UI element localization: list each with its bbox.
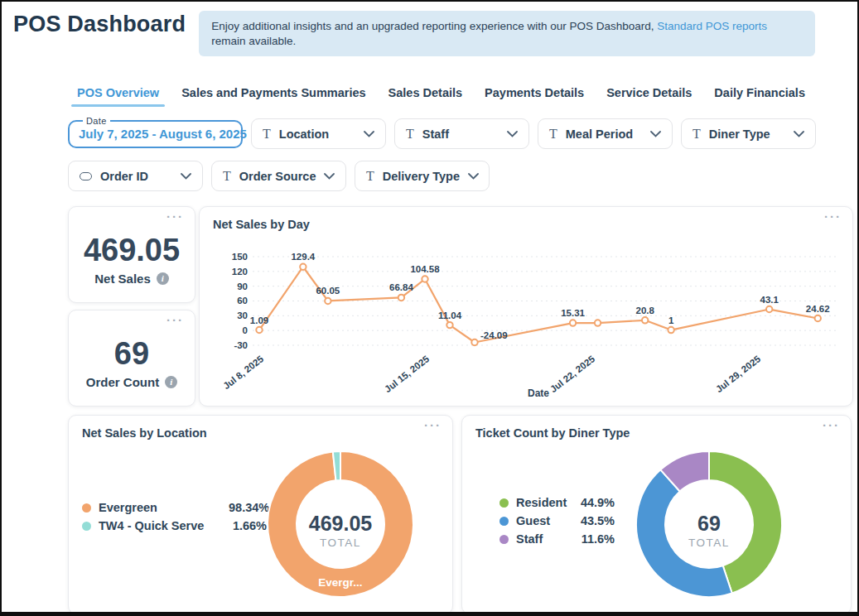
donut-slice-label: Evergr...	[318, 576, 362, 589]
date-filter-label: Date	[83, 116, 110, 126]
donut-total-label: TOTAL	[688, 537, 730, 549]
filter-label: Meal Period	[566, 128, 642, 141]
info-icon[interactable]: i	[157, 272, 169, 285]
svg-text:90: 90	[237, 282, 248, 291]
text-filter-icon: T	[366, 170, 374, 183]
filter-row-2: Order ID T Order Source T Delivery Type	[68, 158, 848, 191]
chevron-down-icon	[364, 131, 374, 137]
net-sales-by-location-card: ··· Net Sales by Location Evergreen 98.3…	[68, 415, 453, 614]
order-count-label: Order Count	[86, 375, 159, 389]
legend-dot	[82, 522, 91, 531]
svg-text:Jul 15, 2025: Jul 15, 2025	[383, 354, 432, 395]
legend-item: Evergreen 98.34%	[82, 501, 269, 514]
tag-icon	[80, 172, 92, 180]
text-filter-icon: T	[263, 128, 271, 141]
meal-period-filter[interactable]: T Meal Period	[538, 118, 673, 149]
bottom-widgets: ··· Net Sales by Location Evergreen 98.3…	[68, 415, 848, 614]
card-menu-button[interactable]: ···	[424, 418, 442, 432]
svg-text:104.58: 104.58	[410, 264, 440, 274]
tab-payments-details[interactable]: Payments Details	[485, 86, 584, 107]
filter-row-1: Date July 7, 2025 - August 6, 2025 T Loc…	[68, 116, 848, 149]
ticket-count-by-diner-type-donut: 69 TOTAL	[626, 445, 792, 603]
pos-dashboard-page: POS Dashboard Enjoy additional insights …	[0, 0, 859, 616]
svg-text:20.8: 20.8	[635, 306, 654, 315]
chart-title: Net Sales by Location	[82, 426, 439, 440]
diner-type-filter[interactable]: T Diner Type	[681, 118, 816, 149]
x-axis-title: Date	[528, 387, 549, 399]
card-menu-button[interactable]: ···	[824, 209, 842, 224]
card-menu-button[interactable]: ···	[823, 418, 840, 432]
svg-text:129.4: 129.4	[291, 252, 315, 262]
svg-text:Jul 22, 2025: Jul 22, 2025	[548, 354, 597, 395]
kpi-column: ··· 469.05 Net Sales i ··· 69 Order Coun…	[68, 206, 195, 407]
chevron-down-icon	[324, 173, 335, 180]
dashboard-content: POS Overview Sales and Payments Summarie…	[68, 86, 848, 614]
location-filter[interactable]: T Location	[251, 118, 386, 149]
tab-sales-details[interactable]: Sales Details	[388, 86, 462, 107]
page-header: POS Dashboard Enjoy additional insights …	[2, 2, 857, 56]
net-sales-label: Net Sales	[94, 272, 151, 286]
legend-label: TW4 - Quick Serve	[99, 519, 221, 532]
chevron-down-icon	[794, 131, 804, 137]
svg-text:60.05: 60.05	[316, 286, 340, 296]
chevron-down-icon	[181, 173, 191, 180]
standard-pos-reports-link[interactable]: Standard POS reports	[657, 20, 767, 32]
svg-text:0: 0	[243, 325, 248, 335]
diner-type-legend: Resident 44.9% Guest 43.5% Staff 11.6%	[499, 496, 615, 546]
svg-text:150: 150	[232, 252, 248, 262]
legend-percent: 43.5%	[577, 514, 615, 527]
order-source-filter[interactable]: T Order Source	[211, 161, 346, 191]
card-menu-button[interactable]: ···	[166, 209, 184, 224]
net-sales-by-location-donut: 469.05 TOTAL Evergr...	[258, 445, 423, 603]
legend-label: Staff	[516, 532, 569, 546]
filter-label: Diner Type	[709, 128, 785, 141]
net-sales-by-day-card: ··· Net Sales by Day 1501209060300-30Jul…	[199, 206, 853, 407]
svg-text:Jul 8, 2025: Jul 8, 2025	[221, 354, 266, 392]
chevron-down-icon	[468, 173, 479, 180]
donut-total-label: TOTAL	[320, 537, 361, 549]
text-filter-icon: T	[223, 170, 231, 183]
legend-label: Evergreen	[99, 501, 221, 514]
card-menu-button[interactable]: ···	[166, 313, 184, 327]
svg-text:11.04: 11.04	[438, 310, 462, 320]
order-id-filter[interactable]: Order ID	[68, 161, 203, 191]
top-widgets: ··· 469.05 Net Sales i ··· 69 Order Coun…	[68, 206, 848, 407]
svg-text:-30: -30	[234, 340, 248, 350]
legend-dot	[499, 535, 509, 544]
staff-filter[interactable]: T Staff	[394, 118, 529, 149]
filter-label: Staff	[422, 128, 499, 141]
svg-text:1: 1	[668, 315, 674, 325]
tab-sales-and-payments-summaries[interactable]: Sales and Payments Summaries	[181, 86, 365, 107]
donut-total-value: 469.05	[309, 512, 373, 535]
legend-label: Guest	[516, 514, 569, 527]
legend-item: Resident 44.9%	[499, 496, 615, 509]
chart-title: Net Sales by Day	[213, 218, 839, 231]
net-sales-kpi-card: ··· 469.05 Net Sales i	[68, 206, 195, 303]
delivery-type-filter[interactable]: T Delivery Type	[355, 161, 490, 191]
page-title: POS Dashboard	[13, 12, 186, 37]
date-range-value: July 7, 2025 - August 6, 2025	[79, 127, 247, 141]
legend-item: TW4 - Quick Serve 1.66%	[82, 519, 269, 532]
chevron-down-icon	[507, 131, 518, 137]
svg-text:30: 30	[237, 310, 248, 320]
legend-percent: 44.9%	[577, 496, 615, 509]
info-icon[interactable]: i	[165, 376, 177, 388]
tab-daily-financials[interactable]: Daily Financials	[714, 86, 805, 107]
tab-service-details[interactable]: Service Details	[606, 86, 692, 107]
filter-label: Location	[279, 128, 355, 141]
text-filter-icon: T	[693, 128, 701, 141]
legend-label: Resident	[516, 496, 569, 509]
svg-text:60: 60	[237, 296, 248, 306]
info-banner: Enjoy additional insights and an upgrade…	[199, 11, 815, 56]
legend-percent: 11.6%	[577, 532, 615, 546]
date-filter[interactable]: Date July 7, 2025 - August 6, 2025	[68, 116, 243, 148]
order-count-kpi-card: ··· 69 Order Count i	[68, 310, 195, 407]
text-filter-icon: T	[549, 128, 557, 141]
chart-title: Ticket Count by Diner Type	[475, 426, 837, 440]
location-legend: Evergreen 98.34% TW4 - Quick Serve 1.66%	[82, 501, 269, 532]
svg-text:24.62: 24.62	[806, 304, 830, 314]
net-sales-by-day-line-chart: 1501209060300-30Jul 8, 2025Jul 15, 2025J…	[213, 234, 839, 400]
order-count-value: 69	[114, 336, 149, 372]
svg-text:-24.09: -24.09	[480, 331, 508, 341]
tab-pos-overview[interactable]: POS Overview	[77, 86, 159, 107]
